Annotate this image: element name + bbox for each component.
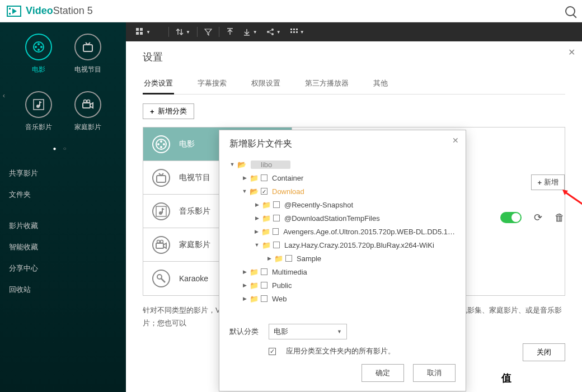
tree-node-2[interactable]: ▶📁@Recently-Snapshot (229, 198, 456, 211)
folder-icon: 📁 (250, 281, 259, 290)
content-toolbar: ▼ ▼ ▼ ▼ (126, 22, 582, 41)
folder-icon: 📁 (262, 201, 271, 209)
upload-button[interactable] (222, 26, 238, 38)
expand-icon[interactable]: ▶ (242, 296, 247, 301)
expand-icon[interactable]: ▶ (242, 269, 247, 275)
svg-point-27 (163, 143, 165, 145)
tree-node-6[interactable]: ▶📁Sample (229, 252, 456, 265)
expand-icon[interactable]: ▶ (254, 215, 260, 221)
tree-checkbox[interactable]: ✓ (261, 188, 267, 195)
ok-button[interactable]: 确定 (362, 364, 404, 382)
app-logo-text: VideoStation 5 (26, 5, 93, 17)
sidebar-item-camcorder[interactable]: 家庭影片 (74, 91, 101, 132)
sidebar-list-item-4[interactable]: 分享中心 (0, 258, 126, 279)
sidebar-page-dots[interactable]: ●○ (0, 143, 126, 159)
tree-node-8[interactable]: ▶📁Public (229, 278, 456, 292)
tree-node-3[interactable]: ▶📁@DownloadStationTempFiles (229, 211, 456, 225)
add-folder-label: 新增 (544, 177, 558, 187)
download-button[interactable]: ▼ (238, 26, 262, 38)
search-icon[interactable] (565, 6, 575, 16)
svg-rect-21 (290, 31, 292, 33)
tree-checkbox[interactable] (261, 268, 267, 275)
settings-close-button[interactable]: ✕ (568, 47, 575, 58)
expand-icon[interactable]: ▶ (242, 175, 247, 181)
sidebar-collapse-button[interactable]: ‹ (0, 84, 8, 106)
add-category-button[interactable]: + 新增分类 (143, 103, 194, 119)
category-label: 电影 (179, 139, 195, 149)
sidebar-list-item-1[interactable]: 文件夹 (0, 184, 126, 205)
expand-icon[interactable]: ▶ (254, 229, 259, 234)
default-category-select[interactable]: 电影 ▼ (269, 324, 347, 339)
svg-point-10 (87, 100, 90, 103)
settings-tab-0[interactable]: 分类设置 (143, 74, 174, 95)
sidebar-list-item-2[interactable]: 影片收藏 (0, 215, 126, 237)
tree-checkbox[interactable] (273, 228, 279, 235)
tree-checkbox[interactable] (261, 282, 267, 289)
tree-checkbox[interactable] (273, 215, 280, 221)
karaoke-icon (152, 270, 170, 287)
sidebar-list-item-5[interactable]: 回收站 (0, 279, 126, 300)
cancel-button[interactable]: 取消 (413, 364, 456, 382)
modal-close-button[interactable]: ✕ (452, 136, 459, 145)
settings-title: 设置 (143, 50, 565, 64)
camcorder-icon (74, 91, 101, 118)
svg-rect-8 (83, 103, 90, 108)
svg-point-9 (83, 100, 86, 103)
sidebar-list-item-3[interactable]: 智能收藏 (0, 237, 126, 258)
sidebar-item-music-note[interactable]: 音乐影片 (25, 91, 52, 132)
expand-icon[interactable]: ▼ (254, 242, 260, 248)
tree-node-7[interactable]: ▶📁Multimedia (229, 265, 456, 278)
svg-point-28 (160, 146, 162, 148)
folder-icon: 📁 (262, 214, 271, 223)
music-note-icon (25, 91, 52, 118)
settings-tab-3[interactable]: 第三方播放器 (304, 74, 350, 94)
svg-rect-30 (156, 206, 166, 216)
folder-icon: 📁 (250, 268, 259, 276)
settings-close-bottom-button[interactable]: 关闭 (523, 343, 565, 361)
svg-rect-6 (34, 100, 44, 110)
tree-node-1[interactable]: ▼📂✓Download (229, 185, 456, 198)
tree-checkbox[interactable] (273, 242, 280, 248)
expand-icon[interactable]: ▶ (266, 256, 272, 261)
svg-point-33 (157, 240, 160, 243)
settings-tab-1[interactable]: 字幕搜索 (196, 74, 228, 94)
expand-icon[interactable]: ▼ (229, 162, 235, 167)
watermark: 值 什么值得买 (497, 369, 582, 388)
svg-rect-5 (83, 45, 92, 51)
tree-node-5[interactable]: ▼📁Lazy.Hazy.Crazy.2015.720p.BluRay.x264-… (229, 238, 456, 252)
enable-toggle[interactable] (500, 212, 522, 223)
refresh-icon[interactable]: ⟳ (534, 211, 542, 224)
tree-node-4[interactable]: ▶📁Avengers.Age.of.Ultron.2015.720p.WEB-D… (229, 225, 456, 238)
sidebar-item-tv[interactable]: 电视节目 (74, 34, 101, 74)
settings-tab-2[interactable]: 权限设置 (250, 74, 281, 94)
sidebar-list-item-0[interactable]: 共享影片 (0, 163, 126, 184)
tree-root[interactable]: ▼📂libo (229, 158, 456, 171)
svg-rect-29 (157, 176, 166, 182)
tree-checkbox[interactable] (285, 255, 292, 262)
add-folder-button[interactable]: + 新增 (531, 174, 565, 190)
tree-checkbox[interactable] (261, 295, 267, 302)
expand-icon[interactable]: ▶ (242, 282, 247, 288)
view-grid-button[interactable]: ▼ (132, 26, 155, 38)
tree-node-label: @Recently-Snapshot (284, 201, 353, 209)
folder-icon: 📁 (262, 241, 271, 249)
svg-point-2 (35, 46, 37, 48)
tree-node-9[interactable]: ▶📁Web (229, 292, 456, 305)
expand-icon[interactable]: ▶ (254, 202, 260, 207)
delete-icon[interactable]: 🗑 (555, 212, 565, 224)
sort-button[interactable]: ▼ (171, 26, 195, 38)
filter-button[interactable] (200, 26, 217, 38)
tree-checkbox[interactable] (261, 174, 267, 181)
folder-icon: 📁 (250, 174, 259, 182)
svg-rect-14 (140, 32, 143, 35)
apply-checkbox[interactable]: ✓ (269, 348, 276, 355)
svg-rect-20 (296, 29, 298, 30)
more-apps-button[interactable]: ▼ (285, 26, 309, 38)
svg-rect-11 (136, 28, 139, 31)
expand-icon[interactable]: ▼ (242, 188, 247, 194)
tree-checkbox[interactable] (273, 201, 280, 208)
tree-node-0[interactable]: ▶📁Container (229, 171, 456, 185)
settings-tab-4[interactable]: 其他 (372, 74, 389, 94)
sidebar-item-film-reel[interactable]: 电影 (25, 34, 52, 74)
share-button[interactable]: ▼ (262, 26, 285, 38)
